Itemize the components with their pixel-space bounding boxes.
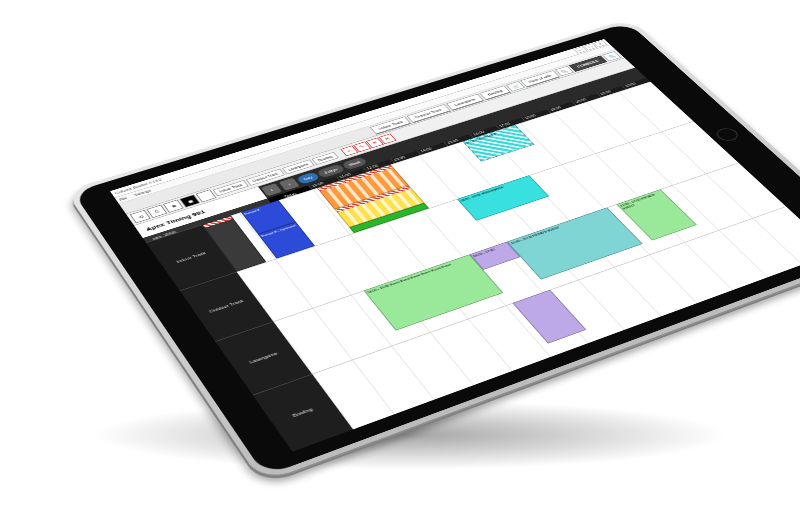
scheduler-body: Indoor Track Outdoor Track Lasergame Bow… — [146, 82, 800, 452]
app-window: GoKarts Booker 4.13.0 — ▢ ✕ File Setting… — [110, 39, 800, 452]
event-garage[interactable]: GARAGE — [202, 215, 267, 271]
schedule-grid[interactable]: GARAGE Groupe A Groupe B - Optionnel 19:… — [202, 82, 800, 430]
track-indoor[interactable]: Indoor Track — [146, 225, 236, 291]
event-bowling-1[interactable] — [512, 290, 587, 344]
track-bowling[interactable]: Bowling — [253, 374, 353, 452]
tablet-device: GoKarts Booker 4.13.0 — ▢ ✕ File Setting… — [65, 18, 800, 482]
track-laser[interactable]: Lasergame — [215, 321, 312, 394]
event-groupe-b[interactable]: Groupe B - Optionnel — [257, 222, 315, 259]
event-laser-1[interactable]: 16:00 - 17:00 — [469, 242, 520, 270]
tablet-bezel: GoKarts Booker 4.13.0 — ▢ ✕ File Setting… — [73, 22, 800, 476]
track-outdoor[interactable]: Outdoor Track — [180, 272, 274, 341]
event-private-green[interactable]: 13:00 - 16:00 Event Event Event Event Ev… — [363, 254, 503, 331]
home-button[interactable] — [713, 126, 742, 143]
track-list: Indoor Track Outdoor Track Lasergame Bow… — [146, 225, 353, 452]
